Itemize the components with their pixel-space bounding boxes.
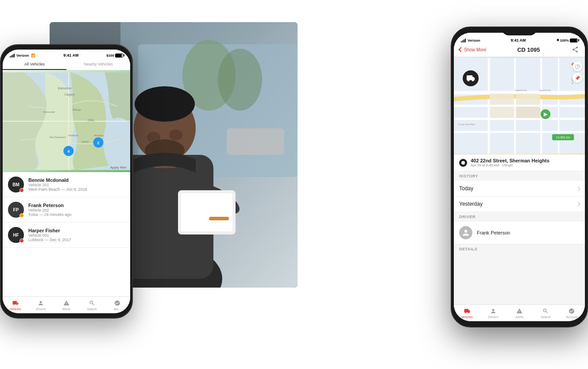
vehicle-info-fp: Frank Peterson Vehicle 202 Tulsa — 24 mi… xyxy=(28,203,125,217)
alert-icon xyxy=(63,300,70,307)
svg-rect-48 xyxy=(490,107,514,118)
apply-filter-label[interactable]: Apply filter xyxy=(110,165,127,169)
svg-text:Calgary: Calgary xyxy=(64,93,75,96)
nav-drivers-left[interactable]: Drivers xyxy=(28,299,54,311)
signal-bars xyxy=(10,54,15,58)
vehicle-item-fp[interactable]: FP Frank Peterson Vehicle 202 Tulsa — 24… xyxy=(3,197,130,223)
nav-alerts-left[interactable]: Alerts xyxy=(54,299,79,311)
svg-rect-46 xyxy=(490,93,514,105)
time-right: 9:41 AM xyxy=(511,38,526,42)
svg-text:Ocean View Blvd: Ocean View Blvd xyxy=(458,123,475,126)
alert-icon-right xyxy=(516,308,523,315)
location-dot xyxy=(459,159,467,167)
nav-search-right[interactable]: Search xyxy=(533,307,559,319)
svg-rect-47 xyxy=(516,93,540,105)
carrier-left: Verizon xyxy=(16,54,29,58)
battery-icon-right xyxy=(570,38,578,42)
location-address: 402 22nd Street, Sherman Heights xyxy=(471,158,549,163)
svg-text:14,903 km: 14,903 km xyxy=(556,136,570,139)
svg-text:Billings: Billings xyxy=(73,108,81,111)
pin-control[interactable]: 📌 xyxy=(573,73,582,83)
battery-right: ✱ 100% xyxy=(557,38,578,42)
nav-vehicles-left[interactable]: Vehicles xyxy=(3,299,28,311)
map-right: Imperial Ave Imperial Ave 25th St Ocean … xyxy=(454,57,585,154)
svg-text:Portland: Portland xyxy=(69,134,78,137)
bottom-nav-right: Vehicles Drivers xyxy=(454,304,585,321)
status-bar-left: Verizon 📶 9:41 AM $100 xyxy=(3,50,130,59)
vehicle-sub-hf: Vehicle 001 xyxy=(28,233,125,238)
svg-rect-5 xyxy=(227,128,284,155)
search-icon xyxy=(89,300,96,307)
details-section-label: DETAILS xyxy=(454,244,585,254)
svg-point-4 xyxy=(218,49,262,111)
driver-name: Frank Peterson xyxy=(477,230,510,235)
nav-drivers-right[interactable]: Drivers xyxy=(480,307,506,319)
vehicle-loc-fp: Tulsa — 24 minutes ago xyxy=(28,212,125,217)
vehicle-loc-hf: Lubbock — Dec 9, 2017 xyxy=(28,238,125,242)
direction-arrow: ▶ xyxy=(541,109,550,119)
status-dot-bm xyxy=(19,188,24,192)
person-icon-right xyxy=(490,308,497,315)
back-button[interactable]: Show More xyxy=(459,47,487,52)
location-details: 402 22nd Street, Sherman Heights Apr 29 … xyxy=(471,158,549,167)
right-header: Show More CD 1095 xyxy=(454,42,585,57)
vehicle-item-hf[interactable]: HF Harper Fisher Vehicle 001 Lubbock — D… xyxy=(3,223,130,248)
phone-left: Verizon 📶 9:41 AM $100 All Vehicles Near… xyxy=(0,44,133,319)
clock-control[interactable]: 🕐 xyxy=(573,62,582,71)
location-meta: Apr 29 at 6:45 AM · 15mph xyxy=(471,163,549,167)
phone-left-screen: Verizon 📶 9:41 AM $100 All Vehicles Near… xyxy=(3,50,130,313)
history-section-label: HISTORY xyxy=(454,171,585,181)
nav-search-left[interactable]: Search xyxy=(79,299,105,311)
nav-account-left[interactable]: Acc... xyxy=(104,299,130,311)
nav-vehicles-right[interactable]: Vehicles xyxy=(454,307,480,319)
tab-bar: All Vehicles Nearby Vehicles xyxy=(3,59,130,70)
vehicle-info-hf: Harper Fisher Vehicle 001 Lubbock — Dec … xyxy=(28,228,125,242)
avatar-bm: BM xyxy=(8,177,24,192)
status-dot-fp xyxy=(19,213,24,218)
location-info: 402 22nd Street, Sherman Heights Apr 29 … xyxy=(454,154,585,171)
signal-right: Verizon xyxy=(461,38,480,42)
history-item-today[interactable]: Today xyxy=(454,181,585,196)
chevron-yesterday-icon xyxy=(576,202,580,206)
svg-text:Vancouver: Vancouver xyxy=(43,111,55,113)
vehicle-list: BM Bennie Mcdonald Vehicle 201 West Palm… xyxy=(3,172,130,296)
tab-nearby-vehicles[interactable]: Nearby Vehicles xyxy=(66,59,130,70)
svg-rect-18 xyxy=(209,217,229,220)
status-dot-hf xyxy=(19,238,24,243)
battery-left: $100 xyxy=(106,54,123,58)
svg-rect-49 xyxy=(516,107,540,118)
vehicle-name-bm: Bennie Mcdonald xyxy=(28,177,125,183)
search-icon-right xyxy=(542,308,549,315)
driver-section-label: DRIVER xyxy=(454,212,585,222)
vehicle-info-bm: Bennie Mcdonald Vehicle 201 West Palm Be… xyxy=(28,177,125,192)
map-left: Edmonton Calgary Billings Vancouver San … xyxy=(3,70,130,172)
truck-map-icon xyxy=(463,70,479,86)
truck-icon xyxy=(12,300,19,307)
page-container: Verizon 📶 9:41 AM $100 All Vehicles Near… xyxy=(0,0,588,369)
nav-account-right[interactable]: Account xyxy=(559,307,585,319)
vehicle-sub-bm: Vehicle 201 xyxy=(28,183,125,187)
vehicle-loc-bm: West Palm Beach — Jun 8, 2018 xyxy=(28,187,125,192)
svg-text:Chic..: Chic.. xyxy=(88,119,95,122)
svg-text:Edmonton: Edmonton xyxy=(58,87,72,90)
account-icon-right xyxy=(568,308,575,315)
driver-item[interactable]: Frank Peterson xyxy=(454,222,585,244)
tab-all-vehicles[interactable]: All Vehicles xyxy=(3,59,66,70)
phone-right-content: Verizon 9:41 AM ✱ 100% Show xyxy=(454,33,585,321)
phone-right-screen: Verizon 9:41 AM ✱ 100% Show xyxy=(454,33,585,321)
map-controls: 🕐 📌 xyxy=(573,62,582,83)
bottom-nav-left: Vehicles Drivers xyxy=(3,296,130,313)
svg-point-15 xyxy=(169,130,182,140)
account-icon xyxy=(114,300,121,307)
time-left: 9:41 AM xyxy=(63,53,78,58)
phone-notch xyxy=(502,27,537,35)
person-icon xyxy=(37,300,44,307)
nav-alerts-right[interactable]: Alerts xyxy=(506,307,532,319)
driver-avatar xyxy=(459,226,472,239)
share-button[interactable] xyxy=(571,45,580,54)
svg-text:Juárez: Juárez xyxy=(81,140,89,143)
vehicle-name-fp: Frank Peterson xyxy=(28,203,125,208)
vehicle-item-bm[interactable]: BM Bennie Mcdonald Vehicle 201 West Palm… xyxy=(3,172,130,197)
svg-text:San Francisco: San Francisco xyxy=(50,136,66,138)
history-item-yesterday[interactable]: Yesterday xyxy=(454,196,585,212)
